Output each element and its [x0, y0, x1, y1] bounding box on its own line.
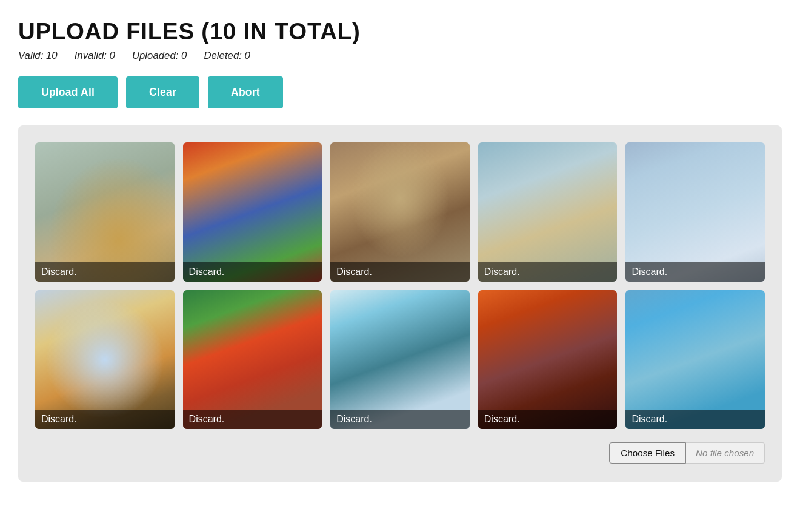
discard-label-5[interactable]: Discard. [625, 262, 765, 282]
abort-button[interactable]: Abort [208, 76, 283, 108]
image-card-3[interactable]: Discard. [330, 142, 470, 282]
valid-stat: Valid: 10 [18, 50, 58, 62]
discard-label-1[interactable]: Discard. [35, 262, 175, 282]
action-buttons: Upload All Clear Abort [18, 76, 782, 108]
discard-label-8[interactable]: Discard. [330, 410, 470, 429]
image-card-7[interactable]: Discard. [183, 290, 322, 430]
stats-row: Valid: 10 Invalid: 0 Uploaded: 0 Deleted… [18, 50, 782, 62]
clear-button[interactable]: Clear [126, 76, 199, 108]
upload-area: Discard.Discard.Discard.Discard.Discard.… [18, 125, 782, 482]
uploaded-stat: Uploaded: 0 [132, 50, 187, 62]
discard-label-2[interactable]: Discard. [183, 262, 322, 282]
discard-label-3[interactable]: Discard. [330, 262, 470, 282]
discard-label-4[interactable]: Discard. [478, 262, 618, 282]
discard-label-10[interactable]: Discard. [625, 410, 765, 429]
no-file-label: No file chosen [686, 442, 765, 464]
invalid-stat: Invalid: 0 [75, 50, 115, 62]
image-card-5[interactable]: Discard. [625, 142, 765, 282]
image-card-1[interactable]: Discard. [35, 142, 175, 282]
image-card-9[interactable]: Discard. [478, 290, 618, 430]
discard-label-6[interactable]: Discard. [35, 410, 175, 429]
choose-files-button[interactable]: Choose Files [609, 442, 686, 464]
discard-label-7[interactable]: Discard. [183, 410, 322, 429]
page-title: UPLOAD FILES (10 IN TOTAL) [18, 18, 782, 45]
image-card-10[interactable]: Discard. [625, 290, 765, 430]
upload-all-button[interactable]: Upload All [18, 76, 118, 108]
file-input-row: Choose Files No file chosen [35, 442, 765, 464]
image-card-4[interactable]: Discard. [478, 142, 618, 282]
image-card-6[interactable]: Discard. [35, 290, 175, 430]
discard-label-9[interactable]: Discard. [478, 410, 618, 429]
image-card-2[interactable]: Discard. [183, 142, 322, 282]
image-grid: Discard.Discard.Discard.Discard.Discard.… [35, 142, 765, 429]
deleted-stat: Deleted: 0 [204, 50, 250, 62]
image-card-8[interactable]: Discard. [330, 290, 470, 430]
